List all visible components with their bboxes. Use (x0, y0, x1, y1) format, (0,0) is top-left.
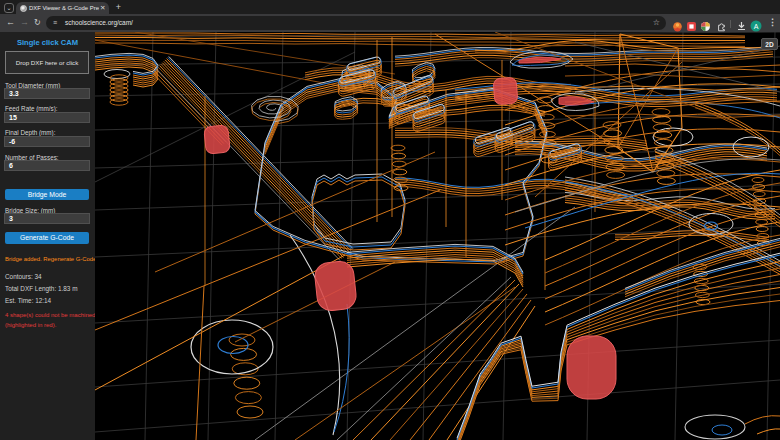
svg-text:A: A (754, 22, 759, 29)
